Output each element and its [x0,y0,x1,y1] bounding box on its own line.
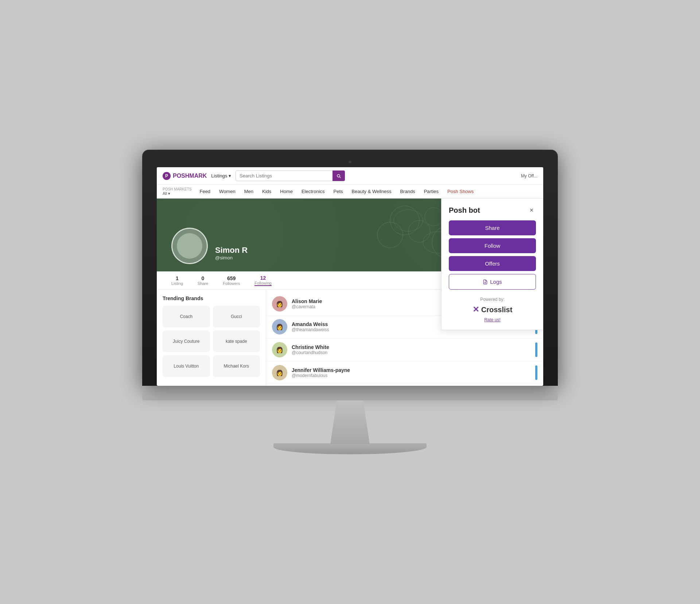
powered-by-section: Powered by: ✕ Crosslist Rate us! [449,297,536,322]
stand-base [273,443,427,454]
following-indicator [535,365,537,380]
following-name: Christine White [292,344,531,350]
stat-share[interactable]: 0 Share [198,275,208,286]
powered-by-label: Powered by: [449,297,536,302]
brands-grid: Coach Gucci Juicy Couture kate spade Lou… [163,306,260,377]
stat-following[interactable]: 12 Following [254,275,271,286]
search-icon [336,173,341,179]
nav-women[interactable]: Women [215,185,239,199]
listings-dropdown[interactable]: Listings ▾ [211,173,231,179]
posh-bot-title: Posh bot [449,206,480,215]
following-handle: @courtandhudson [292,350,531,355]
imac-chin [142,386,558,400]
close-button[interactable]: × [527,206,536,215]
posh-bot-panel: Posh bot × Share Follow Offers [441,199,543,330]
following-info: Jennifer Williams-payne @modernfabulous [292,367,531,378]
logo-icon: P [163,172,171,180]
nav-feed[interactable]: Feed [196,185,214,199]
share-count: 0 [202,275,205,281]
trending-brands-title: Trending Brands [163,295,260,301]
listings-count: 1 [176,275,179,281]
logo-text: POSHMARK [173,173,207,179]
top-navigation: P POSHMARK Listings ▾ [157,167,543,185]
search-input[interactable] [236,170,345,181]
nav-kids[interactable]: Kids [258,185,275,199]
profile-username: @simon [215,255,248,260]
logs-icon [483,279,488,285]
svg-point-1 [408,220,430,242]
avatar: 👩 [272,365,287,380]
posh-bot-header: Posh bot × [449,206,536,215]
followers-count: 659 [227,275,236,281]
stand-neck [317,400,383,444]
crosslist-x-icon: ✕ [472,305,479,314]
logs-button[interactable]: Logs [449,274,536,290]
rate-us-link[interactable]: Rate us! [449,317,536,322]
share-button[interactable]: Share [449,220,536,235]
brand-michael-kors[interactable]: Michael Kors [213,355,260,377]
share-label: Share [198,281,208,286]
following-name: Jennifer Williams-payne [292,367,531,373]
brand-juicy-couture[interactable]: Juicy Couture [163,330,210,352]
following-indicator [535,342,537,357]
nav-electronics[interactable]: Electronics [298,185,328,199]
nav-beauty[interactable]: Beauty & Wellness [348,185,395,199]
browser-content: P POSHMARK Listings ▾ [157,167,543,386]
nav-men[interactable]: Men [241,185,257,199]
offers-button[interactable]: Offers [449,256,536,271]
nav-pets[interactable]: Pets [330,185,347,199]
stat-followers[interactable]: 659 Followers [223,275,240,286]
browser-screen: P POSHMARK Listings ▾ [157,167,543,386]
following-label: Following [254,281,271,285]
avatar-inner [177,233,202,259]
following-info: Christine White @courtandhudson [292,344,531,355]
svg-point-0 [390,206,419,235]
svg-point-3 [425,208,443,226]
nav-brands[interactable]: Brands [396,185,419,199]
nav-parties[interactable]: Parties [420,185,442,199]
list-item[interactable]: 👩 Lyann Chhay @lilyann [266,384,543,386]
nav-posh-shows[interactable]: Posh Shows [444,185,477,199]
follow-button[interactable]: Follow [449,238,536,253]
listings-label: Listing [171,281,183,286]
list-item[interactable]: 👩 Jennifer Williams-payne @modernfabulou… [266,361,543,384]
camera [349,161,351,164]
screen-bezel: P POSHMARK Listings ▾ [142,150,558,386]
brands-sidebar: Trending Brands Coach Gucci Juicy Coutur… [157,290,266,386]
brand-gucci[interactable]: Gucci [213,306,260,328]
stat-listings[interactable]: 1 Listing [171,275,183,286]
crosslist-text: Crosslist [481,306,513,314]
list-item[interactable]: 👩 Christine White @courtandhudson [266,338,543,361]
following-count: 12 [260,275,266,281]
poshmark-logo: P POSHMARK [163,172,207,180]
avatar: 👩 [272,342,287,357]
profile-avatar [171,228,208,264]
imac-computer: P POSHMARK Listings ▾ [142,150,558,454]
brand-kate-spade[interactable]: kate spade [213,330,260,352]
following-handle: @modernfabulous [292,373,531,378]
profile-display-name: Simon R [215,246,248,255]
brand-louis-vuitton[interactable]: Louis Vuitton [163,355,210,377]
search-bar [236,170,345,181]
followers-label: Followers [223,281,240,286]
profile-name-area: Simon R @simon [215,246,248,260]
avatar: 👩 [272,296,287,311]
my-offers[interactable]: My Off... [521,173,537,179]
secondary-navigation: POSH MARKETS All ▾ Feed Women Men Kids H… [157,185,543,199]
crosslist-logo: ✕ Crosslist [449,305,536,314]
search-button[interactable] [332,170,345,181]
posh-markets[interactable]: POSH MARKETS All ▾ [163,187,191,196]
nav-home[interactable]: Home [276,185,296,199]
brand-coach[interactable]: Coach [163,306,210,328]
svg-point-2 [377,222,403,248]
avatar: 👩 [272,319,287,334]
